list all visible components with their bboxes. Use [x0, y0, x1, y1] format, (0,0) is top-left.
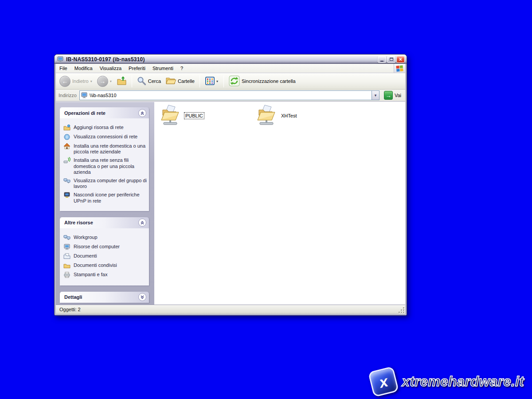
documents-icon: [63, 253, 70, 260]
search-icon: [137, 76, 146, 86]
desktop: IB-NAS5310-0197 (ib-nas5310) × File Modi…: [0, 0, 532, 399]
pane-details-header[interactable]: Dettagli: [60, 292, 149, 303]
pane-title: Altre risorse: [64, 220, 93, 225]
go-button[interactable]: → Vai: [382, 91, 404, 100]
menu-strumenti[interactable]: Strumenti: [149, 64, 177, 73]
forward-button[interactable]: → ▾: [95, 75, 113, 88]
sidebar-item-add-network-place[interactable]: Aggiungi risorsa di rete: [63, 125, 147, 131]
status-text: Oggetti: 2: [59, 307, 81, 312]
address-input[interactable]: \\ib-nas5310 ▾: [79, 90, 379, 100]
network-connections-icon: [63, 133, 70, 141]
shared-folder-icon: [63, 262, 70, 269]
folder-up-icon: [117, 75, 127, 87]
network-share-folder-icon: [256, 105, 277, 127]
search-button[interactable]: Cerca: [135, 75, 163, 87]
address-label: Indirizzo: [59, 93, 77, 98]
pane-title: Operazioni di rete: [64, 110, 106, 116]
maximize-icon: [390, 58, 393, 61]
menubar-spacer: [187, 64, 394, 73]
sync-button[interactable]: Sincronizzazione cartella: [227, 74, 297, 88]
minimize-button[interactable]: [378, 56, 386, 63]
sidebar-item-view-workgroup-computers[interactable]: Visualizza computer del gruppo di lavoro: [63, 178, 147, 189]
pane-title: Dettagli: [64, 294, 82, 300]
window-body: Operazioni di rete Aggiungi risorsa di r…: [56, 102, 405, 305]
chevron-up-icon[interactable]: [138, 219, 146, 227]
close-icon: ×: [399, 57, 402, 62]
windows-logo: [394, 64, 405, 73]
folders-icon: [166, 76, 176, 86]
folders-button[interactable]: Cartelle: [164, 75, 196, 87]
my-computer-icon: [63, 243, 70, 250]
menu-help[interactable]: ?: [177, 64, 187, 73]
views-icon: [205, 77, 215, 86]
window-title: IB-NAS5310-0197 (ib-nas5310): [66, 56, 376, 63]
menu-modifica[interactable]: Modifica: [71, 64, 96, 73]
pane-details: Dettagli: [60, 292, 149, 303]
menubar: File Modifica Visualizza Preferiti Strum…: [56, 64, 405, 73]
address-value: \\ib-nas5310: [90, 93, 370, 98]
sidebar-item-hide-upnp-icons[interactable]: Nascondi icone per periferiche UPnP in r…: [63, 192, 147, 203]
addressbar: Indirizzo \\ib-nas5310 ▾ → Vai: [56, 90, 405, 102]
statusbar: Oggetti: 2: [56, 305, 405, 314]
menu-preferiti[interactable]: Preferiti: [125, 64, 149, 73]
pane-other-places: Altre risorse Workgroup Risorse del comp: [60, 217, 149, 286]
sidebar-item-printers-faxes[interactable]: Stampanti e fax: [63, 272, 147, 278]
explorer-window: IB-NAS5310-0197 (ib-nas5310) × File Modi…: [54, 54, 407, 316]
xtremehardware-logo-icon: x: [368, 366, 399, 397]
network-share-folder-icon: [160, 105, 180, 127]
toolbar: ← Indietro ▾ → ▾ Cerca: [56, 73, 405, 90]
folder-label[interactable]: XHTest: [280, 113, 297, 119]
sidebar-item-setup-home-network[interactable]: Installa una rete domestica o una piccol…: [63, 143, 147, 155]
wireless-network-icon: [63, 157, 70, 164]
folder-label[interactable]: PUBLIC: [184, 112, 204, 119]
pane-other-places-header[interactable]: Altre risorse: [60, 217, 149, 228]
sidebar-item-my-documents[interactable]: Documenti: [63, 253, 147, 260]
folder-view[interactable]: PUBLIC XHTest: [154, 102, 405, 305]
sidebar-item-my-computer[interactable]: Risorse del computer: [63, 244, 147, 250]
chevron-down-icon[interactable]: [138, 293, 146, 301]
home-network-icon: [63, 143, 70, 150]
watermark: x xtremehardware.it: [371, 369, 524, 395]
back-label: Indietro: [72, 78, 89, 84]
up-button[interactable]: [115, 74, 129, 88]
computer-icon: [57, 56, 64, 63]
printer-icon: [63, 271, 70, 278]
maximize-button[interactable]: [387, 56, 395, 63]
chevron-down-icon: ▾: [375, 93, 377, 98]
folders-label: Cartelle: [178, 78, 195, 84]
folder-tile-xhtest[interactable]: XHTest: [256, 105, 349, 127]
close-button[interactable]: ×: [396, 56, 405, 63]
address-dropdown-button[interactable]: ▾: [372, 91, 379, 100]
workgroup-icon: [63, 234, 70, 241]
sync-label: Sincronizzazione cartella: [242, 78, 296, 84]
toolbar-separator: [200, 75, 200, 87]
watermark-text: xtremehardware.it: [402, 374, 524, 390]
back-icon: ←: [59, 76, 70, 87]
sidebar-item-network-connections[interactable]: Visualizza connessioni di rete: [63, 134, 147, 141]
computer-icon: [81, 92, 88, 98]
menu-file[interactable]: File: [56, 64, 71, 73]
folder-tile-public[interactable]: PUBLIC: [160, 105, 253, 127]
pane-network-tasks: Operazioni di rete Aggiungi risorsa di r…: [60, 107, 149, 211]
resize-grip-icon[interactable]: [399, 308, 405, 313]
sidebar-item-shared-documents[interactable]: Documenti condivisi: [63, 262, 147, 269]
sync-icon: [229, 75, 240, 87]
toolbar-separator: [223, 75, 224, 87]
add-network-place-icon: [63, 124, 70, 131]
back-button[interactable]: ← Indietro ▾: [58, 75, 94, 88]
sidebar-item-setup-wireless-network[interactable]: Installa una rete senza fili domestica o…: [63, 157, 147, 175]
forward-dropdown-icon[interactable]: ▾: [110, 79, 112, 83]
menu-visualizza[interactable]: Visualizza: [96, 64, 125, 73]
pane-network-tasks-header[interactable]: Operazioni di rete: [60, 107, 149, 118]
views-dropdown-icon[interactable]: ▾: [216, 79, 218, 83]
go-label: Vai: [395, 93, 401, 98]
sidebar: Operazioni di rete Aggiungi risorsa di r…: [56, 102, 154, 305]
minimize-icon: [380, 61, 383, 62]
back-dropdown-icon[interactable]: ▾: [90, 79, 92, 83]
workgroup-icon: [63, 177, 70, 184]
chevron-up-icon[interactable]: [138, 109, 146, 117]
titlebar[interactable]: IB-NAS5310-0197 (ib-nas5310) ×: [55, 55, 407, 64]
sidebar-item-workgroup[interactable]: Workgroup: [63, 235, 147, 241]
views-button[interactable]: ▾: [203, 75, 220, 87]
upnp-device-icon: [63, 192, 70, 199]
